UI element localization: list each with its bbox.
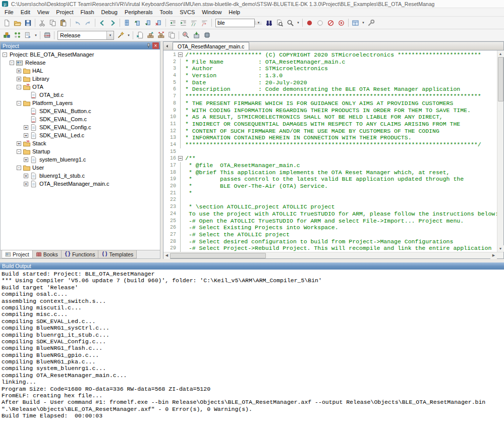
tree-item-sdk-eval-config-c[interactable]: +SDK_EVAL_Config.c	[1, 123, 160, 131]
undo-button[interactable]	[72, 18, 83, 28]
tree-expander[interactable]: -	[17, 166, 21, 170]
fold-toggle[interactable]	[178, 155, 184, 162]
new-file-button[interactable]	[2, 18, 12, 28]
menu-tools[interactable]: Tools	[156, 9, 177, 16]
tree-expander[interactable]: +	[24, 133, 28, 138]
tree-expander[interactable]: -	[17, 149, 21, 154]
tree-item-bluenrg1-it-stub-c[interactable]: +bluenrg1_it_stub.c	[1, 172, 160, 180]
close-icon[interactable]: ×	[152, 42, 159, 49]
breakpoint-kill-button[interactable]	[325, 18, 336, 28]
rebuild-button[interactable]	[156, 30, 166, 40]
code-editor[interactable]: 1/********************* (C) COPYRIGHT 20…	[163, 50, 497, 252]
breakpoint-disable-button[interactable]	[315, 18, 325, 28]
debug-start-button[interactable]: d	[181, 30, 191, 40]
copy-button[interactable]	[47, 18, 58, 28]
bookmark-clear-button[interactable]	[153, 18, 164, 28]
dropdown-caret-icon[interactable]: ▾	[126, 33, 131, 37]
tree-expander[interactable]: +	[17, 69, 21, 73]
comment-button[interactable]: //	[189, 18, 199, 28]
menu-help[interactable]: Help	[225, 9, 244, 16]
save-button[interactable]	[23, 18, 33, 28]
nav-back-button[interactable]	[97, 18, 107, 28]
build-output-log[interactable]: Build started: Project: BLE_OTA_ResetMan…	[0, 270, 504, 422]
manage-rte-button[interactable]	[12, 30, 23, 40]
menu-project[interactable]: Project	[52, 9, 77, 16]
panel-tab-books[interactable]: Books	[33, 250, 62, 258]
options-wand-button[interactable]	[116, 30, 126, 40]
tree-expander[interactable]: +	[17, 141, 21, 146]
vertical-scrollbar[interactable]: ▲ ▼	[497, 50, 503, 252]
translate-button[interactable]	[135, 30, 145, 40]
tree-item-sdk-eval-led-c[interactable]: +SDK_EVAL_Led.c	[1, 131, 160, 139]
debug-windows-button[interactable]	[350, 18, 361, 28]
bookmark-prev-button[interactable]	[132, 18, 143, 28]
panel-tab-templates[interactable]: ()Templates	[98, 250, 137, 258]
paste-button[interactable]	[58, 18, 69, 28]
menu-window[interactable]: Window	[198, 9, 225, 16]
uncomment-button[interactable]: /*	[199, 18, 210, 28]
tree-expander[interactable]: +	[24, 182, 28, 186]
cut-button[interactable]	[37, 18, 47, 28]
tree-expander[interactable]: +	[17, 77, 21, 81]
tree-expander[interactable]: +	[24, 174, 28, 178]
tree-item-sdk-eval-button-c[interactable]: SDK_EVAL_Button.c	[1, 107, 160, 115]
menu-debug[interactable]: Debug	[98, 9, 121, 16]
horizontal-scroll-thumb[interactable]	[170, 253, 266, 258]
tab-scroll-left-icon[interactable]	[163, 42, 171, 50]
scroll-right-icon[interactable]: ▶	[490, 252, 497, 259]
tree-item-startup[interactable]: -Startup	[1, 147, 160, 155]
tree-item-library[interactable]: +Library	[1, 75, 160, 83]
tree-item-project-ble-ota-resetmanager[interactable]: -Project: BLE_OTA_ResetManager	[1, 50, 160, 59]
tree-item-user[interactable]: -User	[1, 164, 160, 172]
dropdown-caret-icon[interactable]: ▾	[296, 21, 301, 25]
tree-expander[interactable]: +	[24, 157, 28, 162]
pack-installer-button[interactable]	[2, 30, 12, 40]
tree-item-platform-layers[interactable]: -Platform_Layers	[1, 99, 160, 107]
horizontal-splitter[interactable]	[0, 259, 504, 262]
panel-tab-functions[interactable]: {}Functions	[62, 250, 99, 258]
download-flash-button[interactable]	[191, 30, 202, 40]
tree-item-hal[interactable]: +HAL	[1, 67, 160, 75]
menu-svcs[interactable]: SVCS	[176, 9, 198, 16]
menu-edit[interactable]: Edit	[17, 9, 34, 16]
menu-flash[interactable]: Flash	[77, 9, 98, 16]
tree-item-sdk-eval-com-c[interactable]: SDK_EVAL_Com.c	[1, 115, 160, 123]
scroll-left-icon[interactable]: ◀	[163, 252, 170, 259]
redo-button[interactable]	[83, 18, 93, 28]
panel-tab-project[interactable]: Project	[2, 250, 33, 258]
breakpoint-button[interactable]	[304, 18, 315, 28]
dropdown-caret-icon[interactable]: ▾	[361, 21, 366, 25]
tree-item-stack[interactable]: +Stack	[1, 139, 160, 147]
tree-expander[interactable]: -	[17, 85, 21, 89]
find-in-files-button[interactable]	[264, 18, 274, 28]
tree-expander[interactable]: -	[10, 61, 14, 65]
batch-build-button[interactable]	[166, 30, 177, 40]
tree-item-ota[interactable]: -OTA	[1, 83, 160, 91]
find-next-button[interactable]	[285, 18, 296, 28]
target-select[interactable]: Release▾	[58, 31, 114, 40]
indent-right-button[interactable]	[178, 18, 189, 28]
bookmark-button[interactable]	[122, 18, 132, 28]
search-input[interactable]	[215, 19, 255, 27]
pin-icon[interactable]	[145, 42, 152, 49]
tree-expander[interactable]: -	[3, 52, 7, 57]
indent-left-button[interactable]	[167, 18, 178, 28]
menu-view[interactable]: View	[34, 9, 53, 16]
chip-button[interactable]	[202, 30, 212, 40]
open-folder-button[interactable]	[12, 18, 23, 28]
tree-item-release[interactable]: -Release	[1, 59, 160, 67]
menu-peripherals[interactable]: Peripherals	[121, 9, 156, 16]
menu-file[interactable]: File	[1, 9, 17, 16]
nav-forward-button[interactable]	[107, 18, 118, 28]
find-button[interactable]	[274, 18, 285, 28]
tree-expander[interactable]: -	[17, 101, 21, 106]
tree-item-ota-resetmanager-main-c[interactable]: +OTA_ResetManager_main.c	[1, 180, 160, 188]
flash-load-button[interactable]: LOAD	[42, 30, 52, 40]
tree-item-ota-btl-c[interactable]: OTA_btl.c	[1, 91, 160, 99]
breakpoint-enable-button[interactable]	[336, 18, 347, 28]
wrench-button[interactable]	[366, 18, 376, 28]
target-dropdown-icon[interactable]: ▾	[106, 31, 114, 39]
search-dropdown-icon[interactable]: ▾	[255, 21, 262, 25]
build-button[interactable]	[145, 30, 156, 40]
tree-item-system-bluenrg1-c[interactable]: +system_bluenrg1.c	[1, 155, 160, 164]
